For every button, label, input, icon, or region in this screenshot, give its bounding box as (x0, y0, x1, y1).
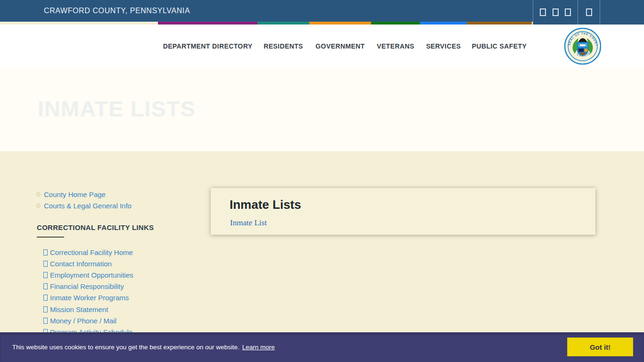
missing-glyph-icon (43, 283, 48, 289)
missing-glyph-icon (43, 318, 48, 324)
sidebar-link-label: Courts & Legal General Info (44, 202, 132, 210)
inmate-list-link[interactable]: Inmate List (230, 218, 267, 228)
inmate-lists-card: Inmate Lists Inmate List (211, 188, 595, 235)
card-title: Inmate Lists (230, 197, 595, 212)
diamond-bullet-icon (36, 203, 41, 208)
social-links-bar (533, 0, 644, 25)
main-navigation: DEPARTMENT DIRECTORY RESIDENTS GOVERNMEN… (0, 25, 644, 67)
sidebar-link-label: Employment Opportunities (50, 271, 133, 279)
facility-links-list: Correctional Facility Home Contact Infor… (37, 247, 202, 338)
social-icon-group (533, 0, 578, 25)
stripe-segment-green (371, 22, 420, 25)
nav-item-residents[interactable]: RESIDENTS (257, 42, 309, 50)
social-icon-1[interactable] (540, 8, 546, 16)
site-title: CRAWFORD COUNTY, PENNSYLVANIA (44, 0, 190, 22)
sidebar-link-label: Correctional Facility Home (50, 248, 133, 256)
sidebar-section-heading: CORRECTIONAL FACILITY LINKS (37, 223, 202, 231)
diamond-bullet-icon (36, 192, 41, 197)
social-icon-group (578, 0, 600, 25)
sidebar-link-worker-programs[interactable]: Inmate Worker Programs (43, 292, 202, 304)
cookie-message: This website uses cookies to ensure you … (12, 344, 239, 351)
sidebar-link-label: County Home Page (44, 190, 106, 198)
content-area: County Home Page Courts & Legal General … (0, 151, 644, 362)
nav-item-public-safety[interactable]: PUBLIC SAFETY (467, 42, 532, 50)
sidebar-link-label: Inmate Worker Programs (50, 294, 129, 302)
sidebar-link-financial[interactable]: Financial Responsibility (43, 281, 202, 292)
stripe-segment-teal (257, 22, 309, 25)
nav-item-veterans[interactable]: VETERANS (371, 42, 420, 50)
missing-glyph-icon (43, 272, 48, 278)
missing-glyph-icon (43, 306, 48, 313)
missing-glyph-icon (43, 261, 48, 267)
sidebar-link-employment[interactable]: Employment Opportunities (43, 269, 202, 280)
social-icon-4[interactable] (586, 8, 592, 16)
stripe-segment-blue (420, 22, 467, 25)
sidebar-link-money-phone-mail[interactable]: Money / Phone / Mail (43, 315, 202, 326)
missing-glyph-icon (43, 249, 48, 255)
learn-more-link[interactable]: Learn more (242, 344, 275, 351)
social-bar-spacer (600, 0, 644, 25)
sidebar-link-facility-home[interactable]: Correctional Facility Home (43, 247, 202, 258)
page-title-watermark: INMATE LISTS (38, 96, 196, 122)
sidebar-link-label: Contact Information (50, 260, 112, 268)
sidebar-link-contact-info[interactable]: Contact Information (43, 258, 202, 269)
sidebar-link-courts-legal[interactable]: Courts & Legal General Info (37, 200, 202, 211)
sidebar: County Home Page Courts & Legal General … (37, 189, 202, 338)
nav-item-government[interactable]: GOVERNMENT (309, 42, 371, 50)
county-seal-icon: SEAL OF THE COUNTY OF CRAWFORD CREATED 1… (564, 28, 601, 65)
stripe-segment-orange (309, 22, 371, 25)
social-icon-2[interactable] (553, 8, 559, 16)
stripe-segment-brown (467, 22, 532, 25)
nav-accent-stripe (158, 22, 532, 25)
hero-banner: INMATE LISTS (0, 67, 644, 151)
sidebar-link-county-home[interactable]: County Home Page (37, 189, 202, 200)
heading-underline (37, 237, 64, 238)
social-icon-3[interactable] (565, 8, 571, 16)
accept-cookies-button[interactable]: Got it! (567, 337, 633, 356)
stripe-segment-purple (158, 22, 257, 25)
county-seal-logo[interactable]: SEAL OF THE COUNTY OF CRAWFORD CREATED 1… (564, 28, 601, 65)
nav-item-department-directory[interactable]: DEPARTMENT DIRECTORY (158, 42, 257, 50)
nav-item-services[interactable]: SERVICES (420, 42, 467, 50)
nav-menu: DEPARTMENT DIRECTORY RESIDENTS GOVERNMEN… (158, 25, 532, 67)
sidebar-link-mission[interactable]: Mission Statement (43, 304, 202, 315)
cookie-consent-banner: This website uses cookies to ensure you … (0, 332, 644, 362)
sidebar-link-label: Financial Responsibility (50, 282, 124, 290)
sidebar-link-label: Money / Phone / Mail (50, 317, 116, 325)
sidebar-link-label: Mission Statement (50, 305, 108, 313)
missing-glyph-icon (43, 295, 48, 301)
